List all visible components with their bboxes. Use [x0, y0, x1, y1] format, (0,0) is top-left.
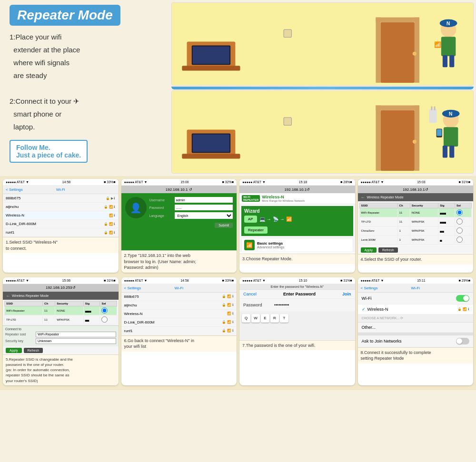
wifi-toggle[interactable] — [456, 295, 469, 302]
url-bar-4[interactable]: 192.168.10.1 ↺ — [358, 186, 474, 193]
wifi-signal-1e: 🔒 📶 ℹ — [104, 231, 116, 235]
svg-rect-24 — [376, 106, 419, 110]
back-button-6[interactable]: < Settings — [124, 286, 141, 290]
cancel-button-7[interactable]: Cancel — [243, 292, 257, 296]
other-network-item[interactable]: Other... — [358, 323, 474, 333]
carrier-6: ●●●●● AT&T ▼ — [124, 279, 148, 282]
repeater-ssid-input[interactable] — [36, 332, 116, 337]
sel-1[interactable] — [455, 208, 471, 217]
ssid-row-5-1[interactable]: WiFi-Repeater 11 NONE ▄▄▄ — [5, 306, 117, 315]
wireless-n-label-8: Wireless-N — [366, 307, 458, 312]
svg-rect-21 — [193, 135, 229, 152]
wifi-item-6b[interactable]: aijinchu 🔒 📶 ℹ — [121, 301, 237, 310]
url-bar-5[interactable]: 192.168.10.253 ↺ — [3, 284, 119, 292]
ch-4: 1 — [397, 236, 410, 245]
sel-5-2[interactable] — [100, 315, 117, 324]
back-arrow-5[interactable]: ← — [6, 293, 10, 298]
screenshot-2: ●●●●● AT&T ▼ 15:00 ■ 32%■ 192.168.10.1 ↺… — [121, 179, 237, 273]
key-q[interactable]: Q — [242, 314, 250, 323]
sec-5-1: NONE — [55, 306, 83, 315]
nav-title-1: Wi-Fi — [56, 187, 65, 192]
ssid-row-1[interactable]: WiFi-Repeater 11 NONE ▄▄▄ — [359, 208, 472, 217]
wifi-item-1b[interactable]: aijinchu 🔒 📶 ℹ — [3, 203, 119, 211]
wifi-item-6d[interactable]: D-Link_DIR-600M 🔒 📶 ℹ — [121, 318, 237, 327]
svg-rect-1 — [182, 66, 240, 70]
carrier-2: ●●●●● AT&T ▼ — [124, 180, 148, 184]
phone-screen-5: ●●●●● AT&T ▼ 15:06 ■ 31%■ 192.168.10.253… — [3, 277, 119, 354]
action-buttons-4: Apply Refresh — [358, 246, 474, 254]
wifi-item-1c[interactable]: Wireless-N 📶 ℹ — [3, 211, 119, 220]
laptop-icon: 💻 — [259, 216, 265, 222]
header-text-3: Wireless-N More Range for Wireless Netwo… — [262, 195, 305, 202]
row1-screenshots: ●●●●● AT&T ▼ 14:58 ■ 33%■ < Settings Wi-… — [3, 179, 473, 273]
svg-rect-35 — [444, 127, 458, 147]
nav-bar-6: < Settings Wi-Fi — [121, 284, 237, 293]
wifi-item-6e[interactable]: runf1 🔒 📶 ℹ — [121, 327, 237, 335]
caption-5: 5.Repeater SSID is changeable and thepas… — [3, 354, 119, 385]
carrier-3: ●●●●● AT&T ▼ — [242, 180, 266, 184]
ap-button[interactable]: AP — [244, 216, 257, 223]
ssid-row-4[interactable]: Lentt-300M 1 WPA/PSK ▄ — [359, 236, 472, 245]
nav-title-8: Wi-Fi — [411, 286, 420, 290]
username-input[interactable] — [175, 197, 233, 203]
wireless-n-connected[interactable]: ✓ Wireless-N 🔒 📶 ℹ — [358, 305, 474, 315]
back-button-1[interactable]: < Settings — [6, 187, 23, 192]
key-r[interactable]: R — [270, 314, 279, 323]
sel-5-1[interactable] — [100, 306, 117, 315]
wifi-item-1a[interactable]: 888b675 🔒 ▶ ℹ — [3, 194, 119, 203]
repeater-header-3: Wi•FIREPEATER Wireless-N More Range for … — [239, 193, 355, 204]
key-w[interactable]: W — [251, 314, 260, 323]
language-select[interactable]: English — [175, 212, 233, 219]
wifi-name-6d: D-Link_DIR-600M — [124, 320, 155, 324]
ssid-row-5-2[interactable]: TP-LTD 11 WPA/PSK ▄▄ — [5, 315, 117, 324]
sel-4[interactable] — [455, 236, 471, 245]
col-sec-5: Security — [55, 301, 83, 306]
svg-rect-6 — [376, 18, 419, 22]
nav-title-6: Wi-Fi — [174, 286, 183, 290]
step1-text: 1:Place your wifi extender at the place … — [10, 30, 162, 82]
settings-labels-3: Basic settings Advanced settings — [257, 241, 284, 249]
ask-join-toggle[interactable] — [456, 338, 469, 344]
status-bar-1: ●●●●● AT&T ▼ 14:58 ■ 33%■ — [3, 179, 119, 186]
sig-5-1: ▄▄▄ — [83, 306, 100, 315]
security-key-input[interactable] — [36, 338, 116, 344]
carrier-8: ●●●●● AT&T ▼ — [361, 279, 384, 282]
svg-text:N: N — [449, 111, 452, 117]
back-arrow-4[interactable]: ← — [361, 195, 366, 200]
settings-item-3[interactable]: 📶 Basic settings Advanced settings — [241, 238, 353, 252]
back-button-8[interactable]: < Settings — [361, 286, 378, 290]
apply-button-4[interactable]: Apply — [361, 247, 377, 253]
room-top: N 📶 — [171, 2, 474, 86]
url-bar-2[interactable]: 192.168.10.1 ↺ — [121, 186, 237, 193]
ssid-row-2[interactable]: TP-LTD 11 WPA/PSK ▄▄▄ — [359, 217, 472, 226]
ssid-row-3[interactable]: ChinaServ 1 WPA/PSK ▄▄ — [359, 226, 472, 236]
password-input[interactable] — [175, 205, 233, 210]
repeater-button[interactable]: Repeater — [244, 226, 268, 234]
url-bar-3[interactable]: 192.168.10.1 ↺ — [239, 186, 355, 193]
pw-input-7[interactable] — [274, 303, 351, 307]
url-3: 192.168.10.1 — [284, 187, 307, 192]
wifi-item-6a[interactable]: 888b675 🔒 📶 ℹ — [121, 293, 237, 301]
status-bar-6: ●●●●● AT&T ▼ 14:58 ■ 33%■ — [121, 277, 237, 284]
wifi-item-1d[interactable]: D-Link_DIR-600M 🔒 📶 ℹ — [3, 220, 119, 228]
refresh-button-5[interactable]: Refresh — [24, 348, 43, 353]
sec-1: NONE — [410, 208, 438, 217]
key-t[interactable]: T — [280, 314, 288, 323]
key-e[interactable]: E — [261, 314, 269, 323]
svg-rect-19 — [182, 154, 240, 158]
caption-6: 6.Go back to connect "Wireless-N" inyour… — [121, 335, 237, 352]
join-button-7[interactable]: Join — [342, 292, 351, 296]
submit-button[interactable]: Submit — [215, 223, 233, 228]
wifi-item-6c[interactable]: Wireless-N 📶 ℹ — [121, 310, 237, 318]
wifi-signal-1d: 🔒 📶 ℹ — [104, 222, 116, 226]
apply-button-5[interactable]: Apply — [6, 348, 22, 353]
refresh-button-4[interactable]: Refresh — [378, 247, 398, 253]
phone-screen-7: ●●●●● AT&T ▼ 15:10 ■ 31%■ Enter the pass… — [239, 277, 355, 340]
battery-7: ■ 31%■ — [340, 279, 352, 282]
sec-5-2: WPA/PSK — [55, 315, 83, 324]
screenshot-1: ●●●●● AT&T ▼ 14:58 ■ 33%■ < Settings Wi-… — [3, 179, 119, 273]
status-bar-8: ●●●●● AT&T ▼ 15:11 ■ 29%■ — [358, 277, 474, 284]
wifi-item-1e[interactable]: runf1 🔒 📶 ℹ — [3, 228, 119, 237]
sel-2[interactable] — [455, 217, 471, 226]
sel-3[interactable] — [455, 226, 471, 236]
